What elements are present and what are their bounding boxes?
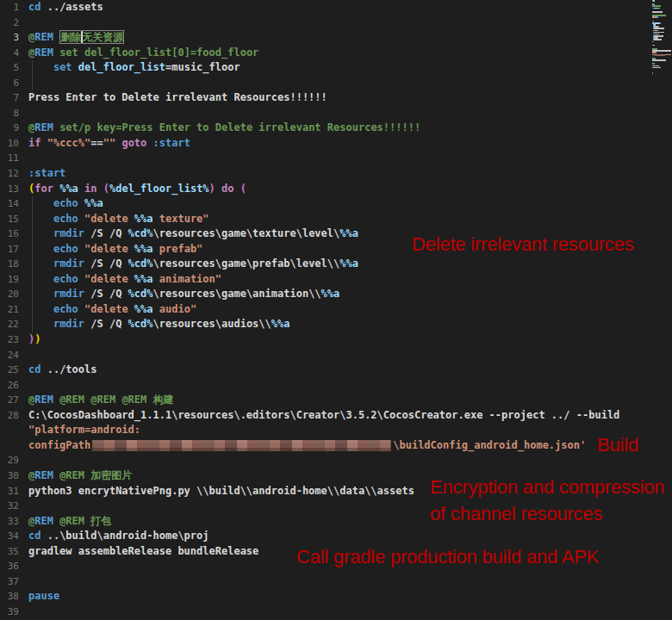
code-token: %%a: [339, 227, 358, 239]
code-token: REM: [34, 469, 53, 481]
code-line-25[interactable]: 25cd ../tools: [0, 363, 672, 378]
code-line-12[interactable]: 12:start: [0, 166, 672, 182]
code-line-18[interactable]: 18 rmdir /S /Q %cd%\resources\game\prefa…: [0, 257, 672, 272]
line-number: 4: [0, 46, 28, 61]
code-line-5[interactable]: 5 set del_floor_list=music_floor: [0, 60, 672, 76]
code-token: rmdir: [53, 257, 84, 270]
line-number: 39: [0, 604, 28, 620]
line-number: 8: [0, 106, 28, 121]
code-line-content: cd ..\build\android-home\proj: [28, 529, 209, 544]
code-line-26[interactable]: 26: [0, 378, 672, 394]
code-token: Press Enter to Delete irrelevant Resourc…: [28, 91, 327, 103]
code-line-wrap-29[interactable]: configPath\buildConfig_android_home.json…: [0, 438, 672, 454]
code-token: %%a: [271, 318, 290, 330]
code-line-1[interactable]: 1cd ../assets: [0, 0, 672, 16]
code-line-24[interactable]: 24: [0, 348, 672, 363]
line-number: [0, 423, 28, 438]
code-token: ../assets: [40, 1, 103, 13]
code-token: %cd%: [128, 318, 153, 330]
code-token: music_floor: [171, 61, 240, 73]
line-number: 36: [0, 559, 28, 574]
line-number: 12: [0, 166, 28, 182]
code-token: in: [84, 183, 96, 195]
code-line-content: cd ../tools: [28, 363, 96, 378]
minimap[interactable]: [651, 0, 672, 79]
code-token: "": [103, 137, 115, 149]
code-line-29[interactable]: 29: [0, 453, 672, 468]
code-line-content: echo "delete %%a audio": [28, 302, 196, 318]
code-line-8[interactable]: 8: [0, 106, 672, 121]
line-number: 37: [0, 574, 28, 590]
code-line-23[interactable]: 23)): [0, 332, 672, 348]
code-token: %%a: [59, 183, 78, 195]
code-line-10[interactable]: 10if "%ccc%"=="" goto :start: [0, 136, 672, 152]
code-token: "platform=android:: [28, 424, 140, 436]
code-line-content: @REM 删除无关资源: [28, 30, 124, 46]
code-token: %%a: [84, 197, 103, 209]
code-line-6[interactable]: 6: [0, 76, 672, 91]
code-token: echo: [53, 243, 78, 255]
code-token: "delete: [84, 243, 134, 255]
code-line-28[interactable]: 28C:\CocosDashboard_1.1.1\resources\.edi…: [0, 408, 672, 424]
code-line-7[interactable]: 7Press Enter to Delete irrelevant Resour…: [0, 90, 672, 106]
line-number: 29: [0, 453, 28, 468]
code-line-3[interactable]: 3@REM 删除无关资源: [0, 30, 672, 46]
code-line-15[interactable]: 15 echo "delete %%a texture": [0, 212, 672, 227]
code-token: "delete: [84, 213, 134, 225]
code-line-content: @REM set/p key=Press Enter to Delete irr…: [28, 121, 420, 136]
code-line-wrap-28[interactable]: "platform=android:: [0, 423, 672, 438]
code-line-content: configPath\buildConfig_android_home.json…: [28, 438, 586, 454]
code-token: %%a: [321, 288, 340, 300]
line-number: 16: [0, 226, 28, 242]
line-number: 35: [0, 544, 28, 560]
code-token: :start: [153, 137, 190, 149]
code-line-34[interactable]: 34cd ..\build\android-home\proj: [0, 529, 672, 544]
code-token: REM: [34, 515, 53, 527]
code-line-14[interactable]: 14 echo %%a: [0, 196, 672, 212]
line-number: 27: [0, 393, 28, 408]
code-line-20[interactable]: 20 rmdir /S /Q %cd%\resources\game\anima…: [0, 287, 672, 302]
code-token: "%ccc%": [47, 137, 91, 149]
code-token: audio": [153, 303, 197, 315]
code-token: [78, 303, 84, 315]
code-line-39[interactable]: 39: [0, 604, 672, 620]
code-line-37[interactable]: 37: [0, 574, 672, 590]
code-line-27[interactable]: 27@REM @REM @REM @REM 构建: [0, 393, 672, 408]
code-token: %cd%: [128, 288, 153, 300]
code-line-2[interactable]: 2: [0, 16, 672, 31]
code-token: %%a: [134, 303, 153, 315]
code-line-content: "platform=android:: [28, 423, 140, 438]
code-token: ../tools: [40, 363, 96, 375]
code-token: 删除: [59, 30, 81, 44]
code-line-11[interactable]: 11: [0, 151, 672, 166]
code-token: [215, 183, 221, 195]
code-line-13[interactable]: 13(for %%a in (%del_floor_list%) do (: [0, 182, 672, 197]
minimap-line-segment: [665, 54, 671, 56]
code-line-content: pause: [28, 589, 59, 604]
code-line-4[interactable]: 4@REM set del_floor_list[0]=food_floor: [0, 46, 672, 61]
code-token: cd: [28, 363, 40, 375]
code-line-22[interactable]: 22 rmdir /S /Q %cd%\resources\audios\\%%…: [0, 317, 672, 332]
line-number: 2: [0, 16, 28, 31]
code-line-19[interactable]: 19 echo "delete %%a animation": [0, 272, 672, 288]
line-number: 28: [0, 408, 28, 424]
minimap-line-segment: [657, 8, 660, 9]
line-number: 25: [0, 363, 28, 378]
code-token: set: [53, 61, 72, 73]
code-token: "delete: [84, 273, 134, 285]
annotation-call-gradle-build: Call gradle production build and APK: [296, 543, 599, 570]
code-token: python3 encrytNativePng.py \\build\\andr…: [28, 485, 414, 497]
code-line-content: echo %%a: [28, 196, 103, 212]
code-token: do: [221, 183, 233, 195]
code-line-9[interactable]: 9@REM set/p key=Press Enter to Delete ir…: [0, 121, 672, 136]
code-token: [78, 243, 84, 255]
code-editor-window: 1cd ../assets23@REM 删除无关资源4@REM set del_…: [0, 0, 672, 620]
code-line-content: if "%ccc%"=="" goto :start: [28, 136, 190, 152]
line-number: 38: [0, 589, 28, 604]
annotation-delete-irrelevant-resources: Delete irrelevant resources: [412, 231, 634, 257]
line-number: 9: [0, 121, 28, 136]
line-number: 15: [0, 212, 28, 227]
code-line-38[interactable]: 38pause: [0, 589, 672, 604]
code-token: cd: [28, 1, 40, 13]
code-line-21[interactable]: 21 echo "delete %%a audio": [0, 302, 672, 318]
